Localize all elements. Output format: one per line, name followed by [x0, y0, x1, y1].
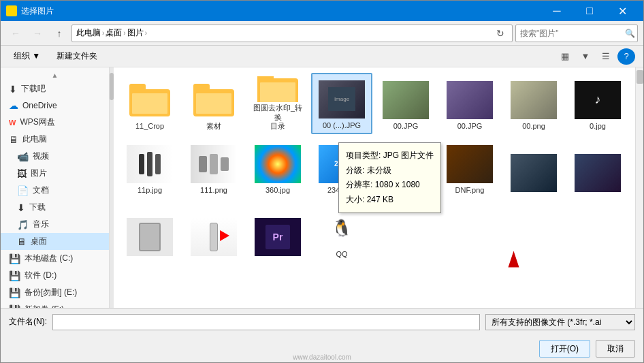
breadcrumb-pictures[interactable]: 图片 [127, 27, 144, 39]
file-item-tablet[interactable] [119, 201, 180, 262]
sidebar-item-video[interactable]: 📹 视频 [1, 148, 109, 165]
refresh-button[interactable]: ↻ [493, 26, 508, 41]
sidebar-item-label: 此电脑 [22, 133, 47, 145]
breadcrumb-pc[interactable]: 此电脑 [76, 27, 101, 39]
folder-icon [257, 76, 298, 102]
file-item-sucai[interactable]: 素材 [183, 73, 244, 134]
file-item-00jpg-1[interactable]: 00.JPG [375, 73, 436, 134]
file-item-11pjpg[interactable]: 11p.jpg [119, 137, 180, 198]
file-item-qq[interactable]: 🐧 QQ [311, 201, 372, 262]
file-item-11crop[interactable]: 11_Crop [119, 73, 180, 134]
file-item-360jpg[interactable]: 360.jpg [247, 137, 308, 198]
organize-button[interactable]: 组织 ▼ [9, 48, 45, 64]
file-area-scrollbar[interactable] [635, 67, 643, 308]
sidebar-item-software-d[interactable]: 💾 软件 (D:) [1, 267, 109, 284]
file-item-00jpg-2[interactable]: 00.JPG [439, 73, 500, 134]
maximize-button[interactable]: □ [574, 1, 605, 21]
file-item-pr[interactable]: Pr [247, 201, 308, 262]
sidebar-item-backup-e[interactable]: 💾 备份[勿删] (E:) [1, 284, 109, 301]
file-item-misc1[interactable] [503, 137, 564, 198]
file-item-00png[interactable]: 00.png [503, 73, 564, 134]
content-area: ▲ ⬇ 下载吧 ☁ OneDrive W WPS网盘 🖥 此电脑 📹 视频 [1, 67, 643, 308]
sidebar-item-wps[interactable]: W WPS网盘 [1, 114, 109, 131]
file-name: 11_Crop [135, 122, 164, 131]
image-thumb: Image [318, 79, 366, 120]
drive-c-icon: 💾 [9, 253, 20, 264]
new-folder-label: 新建文件夹 [57, 51, 97, 61]
file-name: 0.jpg [590, 122, 606, 131]
open-button[interactable]: 打开(O) [539, 340, 590, 358]
sep2: › [123, 29, 125, 37]
breadcrumb-desktop[interactable]: 桌面 [106, 27, 122, 39]
window-icon [6, 5, 17, 16]
sep1: › [102, 29, 104, 37]
sidebar-item-music[interactable]: 🎵 音乐 [1, 216, 109, 233]
forward-button[interactable]: → [28, 25, 47, 42]
toolbar2-left: 组织 ▼ 新建文件夹 [9, 48, 103, 64]
back-button[interactable]: ← [6, 25, 25, 42]
file-item-phone-red[interactable] [183, 201, 244, 262]
folder-icon [193, 84, 234, 116]
sidebar-item-desktop[interactable]: 🖥 桌面 [1, 233, 109, 250]
image-thumb [190, 217, 238, 257]
address-bar[interactable]: 此电脑 › 桌面 › 图片 › ↻ [71, 25, 513, 42]
search-input[interactable] [520, 29, 622, 38]
folder-icon [129, 84, 170, 116]
sidebar-item-pictures[interactable]: 🖼 图片 [1, 165, 109, 182]
title-bar: 选择图片 ─ □ ✕ [1, 1, 643, 21]
help-button[interactable]: ? [617, 48, 635, 65]
image-thumb [254, 144, 302, 185]
file-name: 00.JPG [457, 122, 483, 131]
sidebar-item-local-c[interactable]: 💾 本地磁盘 (C:) [1, 250, 109, 267]
file-item-00-selected[interactable]: Image 00 (...).JPG [311, 73, 372, 134]
image-thumb [510, 80, 558, 121]
sidebar-item-new-f[interactable]: 💾 新加卷 (F:) [1, 301, 109, 308]
sidebar-item-pc[interactable]: 🖥 此电脑 [1, 131, 109, 148]
filename-input[interactable] [52, 314, 480, 330]
image-preview [127, 218, 173, 256]
file-scrollbar-thumb[interactable] [637, 70, 643, 84]
filename-label: 文件名(N): [9, 316, 47, 328]
sidebar-item-label: 下载 [29, 202, 46, 213]
sidebar-item-onedrive[interactable]: ☁ OneDrive [1, 97, 109, 114]
up-button[interactable]: ↑ [50, 25, 69, 42]
sidebar-scroll-up[interactable]: ▲ [52, 72, 59, 79]
image-preview [511, 154, 557, 192]
view-icon2[interactable]: ▼ [577, 48, 594, 65]
filetype-select[interactable]: 所有支持的图像文件 (*.3fr; *.ai [485, 314, 635, 330]
image-thumb [446, 144, 494, 185]
image-thumb [382, 80, 430, 121]
file-item-bilibilijpg[interactable]: bili bilibili.jpg [375, 137, 436, 198]
cancel-button[interactable]: 取消 [596, 340, 635, 358]
file-item-0jpg[interactable]: ♪ 0.jpg [567, 73, 628, 134]
window: 选择图片 ─ □ ✕ ← → ↑ 此电脑 › 桌面 › 图片 › ↻ 🔍 [0, 0, 644, 363]
image-preview [255, 145, 301, 183]
music-icon: 🎵 [17, 219, 29, 230]
sidebar-item-label: 桌面 [31, 236, 47, 247]
organize-label: 组织 ▼ [14, 50, 40, 62]
view-icon1[interactable]: ▦ [556, 48, 574, 65]
toolbar2-right: ▦ ▼ ☰ ? [556, 48, 635, 65]
image-preview: ♪ [575, 81, 621, 119]
file-item-misc2[interactable] [567, 137, 628, 198]
file-name: 素材 [206, 122, 221, 131]
sidebar-item-label: 软件 (D:) [25, 270, 57, 281]
file-item-111png[interactable]: 111.png [183, 137, 244, 198]
sidebar-item-docs[interactable]: 📄 文档 [1, 182, 109, 199]
search-bar: 🔍 [515, 25, 638, 42]
new-folder-button[interactable]: 新建文件夹 [50, 48, 103, 64]
minimize-button[interactable]: ─ [541, 1, 573, 21]
folder-thumb [254, 76, 302, 102]
view-icon3[interactable]: ☰ [597, 48, 615, 65]
file-item-2345jpg[interactable]: 2345 2345.jpg [311, 137, 372, 198]
sidebar-item-downloads[interactable]: ⬇ 下载吧 [1, 80, 109, 97]
sidebar-item-download2[interactable]: ⬇ 下载 [1, 199, 109, 216]
close-button[interactable]: ✕ [607, 1, 638, 21]
sidebar-item-label: 音乐 [33, 219, 49, 230]
image-thumb: bili [382, 144, 430, 185]
image-thumb [574, 153, 622, 193]
file-name: bilibili.jpg [391, 186, 421, 195]
image-preview: 🐧 [319, 209, 365, 247]
file-item-watermark[interactable]: 图圆去水印_转换目录 [247, 73, 308, 134]
file-item-dnfpng[interactable]: DNF.png [439, 137, 500, 198]
